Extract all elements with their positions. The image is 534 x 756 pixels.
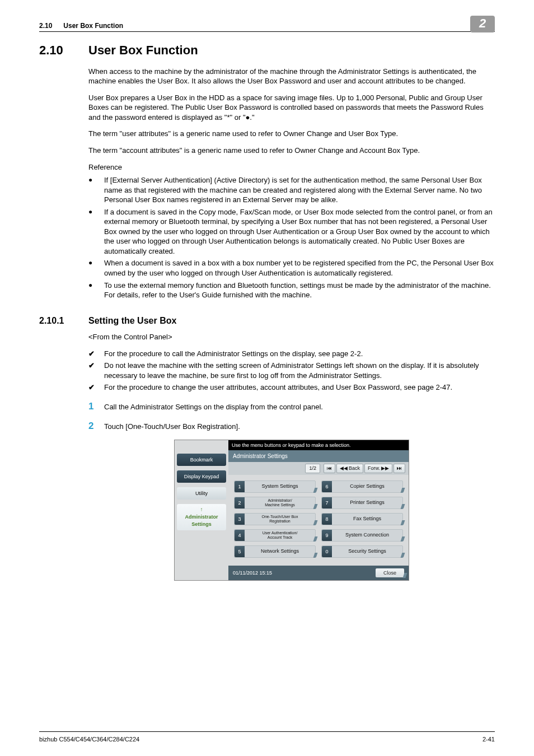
back-button[interactable]: ◀◀Back: [336, 464, 363, 473]
arrow-up-icon: ↑: [200, 507, 203, 512]
bullet-icon: ●: [88, 281, 104, 300]
forward-button[interactable]: Forw.▶▶: [364, 464, 392, 473]
option-one-touch-user-box[interactable]: 3One-Touch/User Box Registration: [234, 513, 316, 525]
step-number: 2: [88, 420, 104, 433]
option-system-connection[interactable]: 9System Connection: [321, 529, 403, 542]
check-icon: ✔: [88, 361, 104, 380]
sub-caption: <From the Control Panel>: [88, 332, 495, 342]
first-icon: ⏮: [327, 465, 332, 472]
paragraph: User Box prepares a User Box in the HDD …: [88, 93, 495, 123]
step-list: 1Call the Administrator Settings on the …: [88, 400, 495, 433]
footer-page-number: 2-41: [483, 735, 495, 744]
option-copier-settings[interactable]: 6Copier Settings: [321, 480, 403, 493]
list-item: Do not leave the machine with the settin…: [104, 361, 495, 380]
list-item: If [External Server Authentication] (Act…: [104, 175, 495, 205]
step-number: 1: [88, 400, 104, 413]
list-item: For the procedure to change the user att…: [104, 382, 495, 393]
settings-grid: 1System Settings 6Copier Settings 2Admin…: [228, 475, 409, 562]
panel-instruction-bar: Use the menu buttons or keypad to make a…: [228, 440, 409, 450]
option-printer-settings[interactable]: 7Printer Settings: [321, 497, 403, 509]
list-item: If a document is saved in the Copy mode,…: [104, 207, 495, 256]
panel-subheading: Administrator Settings: [228, 450, 409, 463]
list-item: For the procedure to call the Administra…: [104, 349, 495, 359]
chapter-badge: 2: [470, 16, 495, 32]
panel-left-tabs: Bookmark Display Keypad Utility ↑ Admini…: [175, 450, 228, 580]
prerequisite-list: ✔For the procedure to call the Administr…: [88, 349, 495, 393]
check-icon: ✔: [88, 349, 104, 359]
last-page-button[interactable]: ⏭: [394, 464, 405, 473]
footer-model: bizhub C554/C454/C364/C284/C224: [39, 735, 139, 744]
paragraph: The term "user attributes" is a generic …: [88, 129, 495, 139]
option-admin-machine-settings[interactable]: 2Administrator/ Machine Settings: [234, 497, 316, 509]
list-item: When a document is saved in a box with a…: [104, 258, 495, 278]
list-item: To use the external memory function and …: [104, 281, 495, 300]
first-page-button[interactable]: ⏮: [324, 464, 335, 473]
bullet-icon: ●: [88, 258, 104, 278]
option-system-settings[interactable]: 1System Settings: [234, 480, 316, 493]
subsection-number: 2.10.1: [39, 315, 88, 327]
tab-display-keypad[interactable]: Display Keypad: [177, 470, 226, 483]
section-heading-number: 2.10: [39, 42, 88, 59]
check-icon: ✔: [88, 382, 104, 393]
back-icon: ◀◀: [340, 465, 348, 472]
tab-utility[interactable]: Utility: [177, 487, 226, 500]
bullet-icon: ●: [88, 175, 104, 205]
last-icon: ⏭: [397, 465, 402, 472]
header-section-number: 2.10: [39, 21, 52, 30]
paragraph: The term "account attributes" is a gener…: [88, 146, 495, 156]
header-section-title: User Box Function: [63, 21, 123, 30]
section-heading: 2.10 User Box Function: [39, 42, 495, 59]
panel-footer: 01/11/2012 15:15 Close: [228, 566, 409, 580]
forward-label: Forw.: [368, 465, 380, 472]
reference-label: Reference: [88, 162, 495, 172]
tab-bookmark[interactable]: Bookmark: [177, 454, 226, 466]
tab-administrator-settings[interactable]: ↑ Administrator Settings: [177, 504, 226, 530]
close-button[interactable]: Close: [376, 568, 404, 577]
page-indicator: 1/2: [305, 464, 320, 473]
option-fax-settings[interactable]: 8Fax Settings: [321, 513, 403, 525]
step-text: Call the Administrator Settings on the d…: [104, 400, 495, 412]
back-label: Back: [349, 465, 360, 472]
subsection-heading: 2.10.1 Setting the User Box: [39, 315, 495, 327]
paragraph: When access to the machine by the admini…: [88, 67, 495, 86]
section-heading-title: User Box Function: [88, 42, 198, 59]
step-text: Touch [One-Touch/User Box Registration].: [104, 420, 495, 432]
reference-list: ●If [External Server Authentication] (Ac…: [88, 175, 495, 300]
bullet-icon: ●: [88, 207, 104, 256]
forward-icon: ▶▶: [381, 465, 389, 472]
control-panel-screenshot: Use the menu buttons or keypad to make a…: [174, 440, 409, 581]
subsection-title: Setting the User Box: [88, 315, 176, 327]
tab-label: Administrator Settings: [178, 514, 225, 527]
option-network-settings[interactable]: 5Network Settings: [234, 545, 316, 558]
option-security-settings[interactable]: 0Security Settings: [321, 545, 403, 558]
option-user-auth-account-track[interactable]: 4User Authentication/ Account Track: [234, 529, 316, 542]
panel-toolbar: 1/2 ⏮ ◀◀Back Forw.▶▶ ⏭: [228, 462, 409, 474]
panel-datetime: 01/11/2012 15:15: [233, 570, 376, 576]
